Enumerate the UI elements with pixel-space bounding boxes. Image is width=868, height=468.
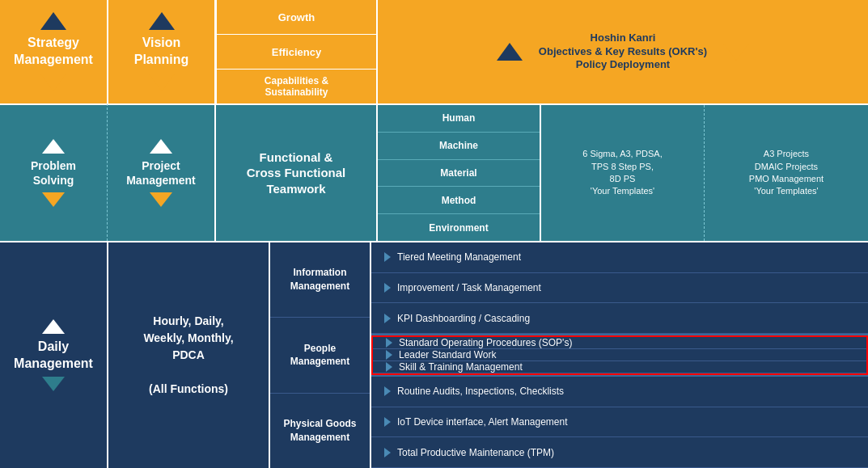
physical-label: Physical Goods Management <box>283 417 356 445</box>
cell-problem-solving: Problem Solving <box>0 103 107 241</box>
hm-list: Human Machine Material Method Environmen… <box>378 105 541 241</box>
cell-hm-right: Human Machine Material Method Environmen… <box>376 103 868 241</box>
project-label: Project Management <box>126 158 196 188</box>
cat-physical: Physical Goods Management <box>270 394 370 468</box>
arrow-up-project <box>150 139 172 154</box>
arrow-up-strategy <box>40 12 66 30</box>
a3-cell: A3 Projects DMAIC Projects PMO Managemen… <box>705 105 868 241</box>
middle-row: Problem Solving Project Management Funct… <box>0 103 868 241</box>
arrow-up-problem <box>42 139 65 154</box>
cell-functional-teamwork: Functional & Cross Functional Teamwork <box>214 103 376 241</box>
list-item: Leader Standard Work <box>373 349 866 361</box>
growth-item-capabilities: Capabilities & Sustainability <box>217 70 376 103</box>
chevron-icon <box>384 314 391 323</box>
hoshin-label: Hoshin Kanri Objectives & Key Results (O… <box>539 32 707 73</box>
bottom-row: Daily Management Hourly, Daily, Weekly, … <box>0 241 868 468</box>
people-label: People Management <box>290 342 349 369</box>
cell-vision: Vision Planning <box>107 0 214 103</box>
chevron-icon <box>384 448 391 457</box>
cell-daily-management: Daily Management <box>0 242 107 468</box>
strategy-label: Strategy Management <box>14 35 93 69</box>
arrow-up-vision <box>149 12 175 30</box>
people-highlighted-group: Standard Operating Procedures (SOP's)Lea… <box>371 335 868 375</box>
cell-strategy: Strategy Management <box>0 0 107 103</box>
cat-info: Information Management <box>270 242 370 318</box>
chevron-icon <box>384 252 391 262</box>
vision-label: Vision Planning <box>134 35 189 69</box>
daily-label: Daily Management <box>14 339 93 373</box>
chevron-icon <box>384 283 391 293</box>
arrow-down-vision <box>149 74 175 91</box>
chevron-icon <box>384 386 391 396</box>
a3-text: A3 Projects DMAIC Projects PMO Managemen… <box>749 148 824 198</box>
growth-item-efficiency: Efficiency <box>217 35 376 70</box>
sigma-cell: 6 Sigma, A3, PDSA, TPS 8 Step PS, 8D PS … <box>541 105 705 241</box>
problem-label: Problem Solving <box>31 158 76 188</box>
arrow-up-hoshin <box>497 43 523 61</box>
chevron-icon <box>386 350 392 360</box>
list-item: IoT Device interface, Alert Management <box>371 407 868 438</box>
hm-method: Method <box>378 187 540 214</box>
arrow-up-daily <box>42 319 65 334</box>
hm-human: Human <box>378 105 540 133</box>
top-row: Strategy Management Vision Planning Grow… <box>0 0 868 103</box>
arrow-down-strategy <box>40 74 66 91</box>
chevron-icon <box>386 338 392 348</box>
chevron-icon <box>386 362 392 372</box>
bottom-categories: Information Management People Management… <box>269 242 370 468</box>
cat-people: People Management <box>270 318 370 393</box>
arrow-down-hoshin <box>723 43 749 61</box>
sigma-text: 6 Sigma, A3, PDSA, TPS 8 Step PS, 8D PS … <box>582 148 662 198</box>
hm-environment: Environment <box>378 214 540 241</box>
info-label: Information Management <box>290 266 349 293</box>
cell-project-management: Project Management <box>107 103 214 241</box>
arrow-down-problem <box>42 192 65 207</box>
list-item: Tiered Meeting Management <box>371 242 868 273</box>
hm-material: Material <box>378 160 540 188</box>
chevron-icon <box>384 417 391 427</box>
cell-hourly: Hourly, Daily, Weekly, Monthly, PDCA (Al… <box>107 242 269 468</box>
bottom-items: Tiered Meeting ManagementImprovement / T… <box>370 242 868 468</box>
list-item: Total Productive Maintenance (TPM) <box>371 437 868 468</box>
list-item: Skill & Training Management <box>373 361 866 373</box>
cell-growth-efficiency: Growth Efficiency Capabilities & Sustain… <box>214 0 376 103</box>
cell-hoshin: Hoshin Kanri Objectives & Key Results (O… <box>376 0 868 103</box>
list-item: Improvement / Task Management <box>371 273 868 304</box>
arrow-down-project <box>150 192 172 207</box>
growth-item-growth: Growth <box>217 0 376 35</box>
hourly-label: Hourly, Daily, Weekly, Monthly, PDCA (Al… <box>143 313 233 398</box>
list-item: Routine Audits, Inspections, Checklists <box>371 377 868 407</box>
arrow-down-daily <box>42 377 65 391</box>
main-container: Strategy Management Vision Planning Grow… <box>0 0 868 468</box>
functional-label: Functional & Cross Functional Teamwork <box>247 150 346 197</box>
hm-machine: Machine <box>378 133 540 160</box>
list-item: KPI Dashboarding / Cascading <box>371 303 868 334</box>
list-item: Standard Operating Procedures (SOP's) <box>373 337 866 349</box>
